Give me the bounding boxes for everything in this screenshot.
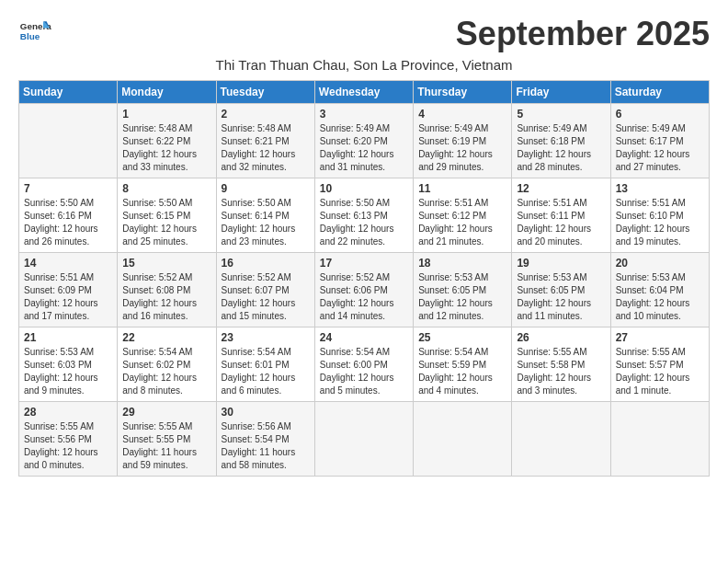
calendar-cell: 14Sunrise: 5:51 AM Sunset: 6:09 PM Dayli…: [19, 253, 118, 327]
cell-day-number: 28: [24, 406, 112, 419]
calendar-cell: [610, 402, 709, 477]
calendar-cell: 15Sunrise: 5:52 AM Sunset: 6:08 PM Dayli…: [118, 253, 216, 327]
cell-day-number: 11: [418, 182, 506, 195]
calendar-cell: 19Sunrise: 5:53 AM Sunset: 6:05 PM Dayli…: [512, 253, 610, 327]
cell-info: Sunrise: 5:51 AM Sunset: 6:12 PM Dayligh…: [418, 197, 506, 248]
cell-day-number: 4: [418, 108, 506, 121]
cell-info: Sunrise: 5:49 AM Sunset: 6:19 PM Dayligh…: [418, 122, 506, 174]
cell-info: Sunrise: 5:49 AM Sunset: 6:20 PM Dayligh…: [320, 122, 408, 174]
calendar-cell: 7Sunrise: 5:50 AM Sunset: 6:16 PM Daylig…: [19, 178, 118, 253]
calendar-cell: 6Sunrise: 5:49 AM Sunset: 6:17 PM Daylig…: [610, 104, 709, 178]
calendar-cell: [19, 104, 118, 178]
cell-day-number: 15: [122, 257, 210, 270]
cell-info: Sunrise: 5:50 AM Sunset: 6:14 PM Dayligh…: [222, 197, 310, 248]
calendar-cell: 22Sunrise: 5:54 AM Sunset: 6:02 PM Dayli…: [118, 327, 216, 402]
cell-info: Sunrise: 5:49 AM Sunset: 6:17 PM Dayligh…: [616, 122, 704, 174]
cell-day-number: 30: [222, 406, 310, 419]
calendar-week-row: 1Sunrise: 5:48 AM Sunset: 6:22 PM Daylig…: [19, 104, 710, 178]
calendar-cell: 9Sunrise: 5:50 AM Sunset: 6:14 PM Daylig…: [216, 178, 314, 253]
day-header-thursday: Thursday: [414, 81, 512, 104]
cell-day-number: 20: [616, 257, 704, 270]
day-header-saturday: Saturday: [610, 81, 709, 104]
cell-info: Sunrise: 5:52 AM Sunset: 6:06 PM Dayligh…: [320, 271, 408, 323]
logo: General Blue: [18, 15, 55, 48]
cell-info: Sunrise: 5:50 AM Sunset: 6:13 PM Dayligh…: [320, 197, 408, 248]
cell-info: Sunrise: 5:55 AM Sunset: 5:58 PM Dayligh…: [517, 346, 605, 397]
calendar-week-row: 28Sunrise: 5:55 AM Sunset: 5:56 PM Dayli…: [19, 402, 710, 477]
calendar-cell: 20Sunrise: 5:53 AM Sunset: 6:04 PM Dayli…: [610, 253, 709, 327]
calendar-cell: 3Sunrise: 5:49 AM Sunset: 6:20 PM Daylig…: [314, 104, 413, 178]
cell-day-number: 27: [616, 331, 704, 344]
cell-info: Sunrise: 5:55 AM Sunset: 5:57 PM Dayligh…: [616, 346, 704, 397]
cell-day-number: 14: [24, 257, 112, 270]
calendar: SundayMondayTuesdayWednesdayThursdayFrid…: [18, 80, 710, 477]
calendar-cell: 5Sunrise: 5:49 AM Sunset: 6:18 PM Daylig…: [512, 104, 610, 178]
cell-day-number: 8: [122, 182, 210, 195]
calendar-cell: 25Sunrise: 5:54 AM Sunset: 5:59 PM Dayli…: [414, 327, 512, 402]
cell-day-number: 7: [24, 182, 112, 195]
calendar-cell: 30Sunrise: 5:56 AM Sunset: 5:54 PM Dayli…: [216, 402, 314, 477]
calendar-cell: [414, 402, 512, 477]
cell-day-number: 23: [222, 331, 310, 344]
calendar-cell: 17Sunrise: 5:52 AM Sunset: 6:06 PM Dayli…: [314, 253, 413, 327]
cell-day-number: 16: [222, 257, 310, 270]
cell-info: Sunrise: 5:54 AM Sunset: 6:02 PM Dayligh…: [122, 346, 210, 397]
cell-day-number: 17: [320, 257, 408, 270]
cell-day-number: 22: [122, 331, 210, 344]
calendar-week-row: 14Sunrise: 5:51 AM Sunset: 6:09 PM Dayli…: [19, 253, 710, 327]
cell-day-number: 2: [222, 108, 310, 121]
cell-day-number: 6: [616, 108, 704, 121]
cell-day-number: 12: [517, 182, 605, 195]
page-header: General Blue September 2025: [18, 15, 710, 53]
cell-info: Sunrise: 5:51 AM Sunset: 6:09 PM Dayligh…: [24, 271, 112, 323]
calendar-cell: [314, 402, 413, 477]
cell-info: Sunrise: 5:54 AM Sunset: 6:01 PM Dayligh…: [222, 346, 310, 397]
calendar-cell: 29Sunrise: 5:55 AM Sunset: 5:55 PM Dayli…: [118, 402, 216, 477]
cell-day-number: 9: [222, 182, 310, 195]
calendar-cell: 18Sunrise: 5:53 AM Sunset: 6:05 PM Dayli…: [414, 253, 512, 327]
month-title: September 2025: [456, 15, 710, 53]
day-header-tuesday: Tuesday: [216, 81, 314, 104]
cell-info: Sunrise: 5:56 AM Sunset: 5:54 PM Dayligh…: [222, 420, 310, 472]
cell-day-number: 25: [418, 331, 506, 344]
cell-day-number: 21: [24, 331, 112, 344]
calendar-week-row: 7Sunrise: 5:50 AM Sunset: 6:16 PM Daylig…: [19, 178, 710, 253]
cell-info: Sunrise: 5:52 AM Sunset: 6:08 PM Dayligh…: [122, 271, 210, 323]
calendar-cell: [512, 402, 610, 477]
cell-info: Sunrise: 5:53 AM Sunset: 6:05 PM Dayligh…: [517, 271, 605, 323]
calendar-cell: 27Sunrise: 5:55 AM Sunset: 5:57 PM Dayli…: [610, 327, 709, 402]
calendar-cell: 1Sunrise: 5:48 AM Sunset: 6:22 PM Daylig…: [118, 104, 216, 178]
day-header-wednesday: Wednesday: [314, 81, 413, 104]
cell-day-number: 13: [616, 182, 704, 195]
cell-day-number: 19: [517, 257, 605, 270]
cell-info: Sunrise: 5:54 AM Sunset: 5:59 PM Dayligh…: [418, 346, 506, 397]
cell-info: Sunrise: 5:53 AM Sunset: 6:04 PM Dayligh…: [616, 271, 704, 323]
svg-text:Blue: Blue: [20, 31, 40, 41]
cell-day-number: 29: [122, 406, 210, 419]
calendar-cell: 10Sunrise: 5:50 AM Sunset: 6:13 PM Dayli…: [314, 178, 413, 253]
cell-info: Sunrise: 5:55 AM Sunset: 5:56 PM Dayligh…: [24, 420, 112, 472]
calendar-cell: 4Sunrise: 5:49 AM Sunset: 6:19 PM Daylig…: [414, 104, 512, 178]
cell-day-number: 24: [320, 331, 408, 344]
day-header-monday: Monday: [118, 81, 216, 104]
cell-info: Sunrise: 5:49 AM Sunset: 6:18 PM Dayligh…: [517, 122, 605, 174]
calendar-cell: 28Sunrise: 5:55 AM Sunset: 5:56 PM Dayli…: [19, 402, 118, 477]
day-header-sunday: Sunday: [19, 81, 118, 104]
location-title: Thi Tran Thuan Chau, Son La Province, Vi…: [18, 57, 710, 73]
cell-day-number: 5: [517, 108, 605, 121]
calendar-week-row: 21Sunrise: 5:53 AM Sunset: 6:03 PM Dayli…: [19, 327, 710, 402]
calendar-cell: 8Sunrise: 5:50 AM Sunset: 6:15 PM Daylig…: [118, 178, 216, 253]
cell-info: Sunrise: 5:50 AM Sunset: 6:16 PM Dayligh…: [24, 197, 112, 248]
cell-info: Sunrise: 5:51 AM Sunset: 6:10 PM Dayligh…: [616, 197, 704, 248]
cell-day-number: 26: [517, 331, 605, 344]
cell-info: Sunrise: 5:51 AM Sunset: 6:11 PM Dayligh…: [517, 197, 605, 248]
calendar-cell: 26Sunrise: 5:55 AM Sunset: 5:58 PM Dayli…: [512, 327, 610, 402]
day-header-friday: Friday: [512, 81, 610, 104]
calendar-cell: 16Sunrise: 5:52 AM Sunset: 6:07 PM Dayli…: [216, 253, 314, 327]
calendar-cell: 13Sunrise: 5:51 AM Sunset: 6:10 PM Dayli…: [610, 178, 709, 253]
cell-info: Sunrise: 5:55 AM Sunset: 5:55 PM Dayligh…: [122, 420, 210, 472]
cell-info: Sunrise: 5:52 AM Sunset: 6:07 PM Dayligh…: [222, 271, 310, 323]
cell-day-number: 1: [122, 108, 210, 121]
calendar-cell: 2Sunrise: 5:48 AM Sunset: 6:21 PM Daylig…: [216, 104, 314, 178]
cell-info: Sunrise: 5:48 AM Sunset: 6:21 PM Dayligh…: [222, 122, 310, 174]
